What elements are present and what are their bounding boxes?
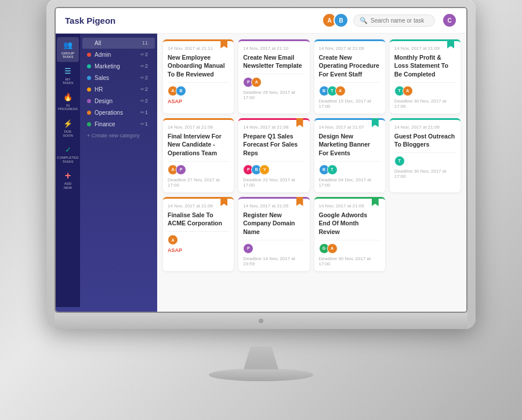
task-card-6[interactable]: 14 Nov, 2017 at 21:08 Prepare Q1 Sales F… (238, 118, 309, 192)
task-card-2[interactable]: 14 Nov, 2017 at 21:10 Create New Email N… (238, 39, 309, 114)
bookmark-shape-7 (372, 118, 379, 127)
design-count: 2 (145, 98, 148, 104)
avatars-2: P A (243, 77, 304, 87)
card-avatar-3c: A (335, 86, 346, 96)
title-2: Create New Email Newsletter Template (243, 53, 304, 70)
task-card-3[interactable]: 14 Nov, 2017 at 21:09 Create New Operati… (314, 39, 385, 114)
task-card-4[interactable]: 14 Nov, 2017 at 21:09 Monthly Profit & L… (390, 39, 461, 114)
main-content: 14 Nov, 2017 at 21:11 New Employee Onboa… (157, 34, 466, 312)
sidebar-icon-in-progress[interactable]: 🔥 INPROGRESS (57, 89, 79, 114)
search-input[interactable] (371, 17, 429, 24)
user-avatars: A B (322, 13, 349, 28)
deadline-8: Deadline 30 Nov, 2017 at 17:00 (394, 169, 456, 179)
in-progress-label: INPROGRESS (58, 104, 78, 111)
admin-edit: ✏ (140, 52, 145, 57)
sidebar-icon-add-new[interactable]: + ADDNEW (57, 167, 79, 192)
sidebar-item-hr[interactable]: HR ✏ 2 (82, 84, 155, 95)
my-tasks-icon: ☰ (63, 66, 73, 76)
group-tasks-label: GROUPTASKS (61, 52, 74, 59)
search-box[interactable]: 🔍 (353, 14, 435, 27)
avatars-9: A (168, 235, 229, 245)
task-card-8[interactable]: 14 Nov, 2017 at 21:06 Guest Post Outreac… (390, 118, 461, 192)
title-8: Guest Post Outreach To Bloggers (394, 132, 456, 149)
divider-8 (394, 152, 456, 153)
sidebar-icon-my-tasks[interactable]: ☰ MYTASKS (57, 63, 79, 88)
hr-label: HR (95, 86, 140, 93)
card-avatar-2b: A (251, 77, 262, 87)
task-card-9[interactable]: 14 Nov, 2017 at 21:06 Finalise Sale To A… (163, 197, 234, 271)
sidebar-item-all[interactable]: All 11 (82, 38, 155, 49)
deadline-3: Deadline 15 Dec, 2017 at 17:00 (319, 98, 380, 109)
monitor-stand-neck (244, 346, 278, 370)
divider-7 (319, 161, 380, 162)
deadline-5: Deadline 27 Nov, 2017 at 17:00 (168, 177, 229, 188)
deadline-11: Deadline 30 Nov, 2017 at 17:00 (319, 256, 380, 266)
avatars-5: A P (168, 165, 229, 175)
all-label: All (95, 40, 142, 46)
sidebar-icon-due-soon[interactable]: ⚡ DUESOON (57, 115, 79, 140)
sidebar-icon-strip: 👥 GROUPTASKS ☰ MYTASKS 🔥 INPROGRESS (56, 34, 80, 307)
bookmark-shape-10 (296, 197, 303, 206)
sidebar-item-finance[interactable]: Finance ✏ 1 (82, 119, 155, 130)
marketing-label: Marketing (95, 63, 140, 70)
sidebar-item-marketing[interactable]: Marketing ✏ 2 (82, 61, 155, 72)
title-3: Create New Operating Procedure For Event… (319, 53, 380, 79)
design-dot (87, 99, 91, 103)
task-card-7[interactable]: 14 Nov, 2017 at 21:07 Design New Marketi… (314, 118, 385, 192)
monitor-chin (55, 313, 467, 329)
card-avatar-10a: P (243, 243, 253, 254)
avatar-user2[interactable]: B (334, 13, 349, 28)
finance-count: 1 (145, 121, 148, 127)
avatars-10: P (243, 243, 304, 254)
task-card-5[interactable]: 14 Nov, 2017 at 21:08 Final Interview Fo… (163, 118, 234, 192)
title-4: Monthly Profit & Loss Statement To Be Co… (394, 53, 456, 79)
sidebar: 👥 GROUPTASKS ☰ MYTASKS 🔥 INPROGRESS (56, 34, 157, 312)
operations-dot (87, 111, 91, 115)
deadline-10: Deadline 14 Nov, 2017 at 23:59 (243, 256, 304, 266)
avatars-4: T A (394, 86, 456, 96)
title-9: Finalise Sale To ACME Corporation (168, 211, 229, 228)
sidebar-item-admin[interactable]: Admin ✏ 2 (82, 49, 155, 60)
finance-edit: ✏ (140, 121, 145, 127)
group-tasks-icon: 👥 (63, 40, 73, 50)
sidebar-icon-completed[interactable]: ✓ COMPLETEDTASKS (57, 141, 79, 166)
card-avatar-7b: T (327, 165, 338, 175)
card-avatar-4b: A (403, 86, 413, 96)
task-card-11[interactable]: 14 Nov, 2017 at 21:05 Google Adwords End… (314, 197, 385, 271)
bookmark-shape-9 (220, 197, 227, 206)
operations-count: 1 (145, 109, 148, 115)
sidebar-icon-group-tasks[interactable]: 👥 GROUPTASKS (57, 37, 79, 62)
monitor-stand-base (209, 368, 313, 381)
sales-dot (87, 76, 91, 80)
bookmark-4 (447, 39, 455, 50)
all-count: 11 (142, 40, 148, 46)
admin-count: 2 (145, 52, 148, 57)
cards-grid: 14 Nov, 2017 at 21:11 New Employee Onboa… (163, 39, 461, 271)
sidebar-item-sales[interactable]: Sales ✏ 2 (82, 72, 155, 83)
deadline-1: ASAP (168, 98, 229, 104)
sidebar-item-design[interactable]: Design ✏ 2 (82, 96, 155, 107)
add-new-label: ADDNEW (64, 182, 72, 189)
app: Task Pigeon A B 🔍 C (56, 8, 466, 312)
task-card-1[interactable]: 14 Nov, 2017 at 21:11 New Employee Onboa… (163, 39, 234, 114)
avatar-user3[interactable]: C (442, 13, 457, 28)
hr-edit: ✏ (140, 86, 145, 92)
task-card-10[interactable]: 14 Nov, 2017 at 21:05 Register New Compa… (238, 197, 309, 271)
divider-3 (319, 82, 380, 83)
title-6: Prepare Q1 Sales Forecast For Sales Reps (243, 132, 304, 158)
add-new-icon: + (63, 170, 73, 181)
deadline-9: ASAP (168, 247, 229, 253)
timestamp-2: 14 Nov, 2017 at 21:10 (243, 46, 304, 51)
divider-6 (243, 161, 304, 162)
title-11: Google Adwords End Of Month Review (319, 211, 380, 236)
deadline-7: Deadline 04 Dec, 2017 at 17:00 (319, 177, 380, 188)
hr-count: 2 (145, 86, 148, 92)
operations-edit: ✏ (140, 109, 145, 115)
card-avatar-11b: A (327, 243, 338, 254)
sidebar-item-operations[interactable]: Operations ✏ 1 (82, 107, 155, 118)
body: 👥 GROUPTASKS ☰ MYTASKS 🔥 INPROGRESS (56, 34, 466, 312)
create-category[interactable]: + Create new category (80, 130, 157, 141)
timestamp-3: 14 Nov, 2017 at 21:09 (319, 46, 380, 51)
sales-edit: ✏ (140, 75, 145, 81)
bookmark-shape-11 (372, 197, 379, 206)
